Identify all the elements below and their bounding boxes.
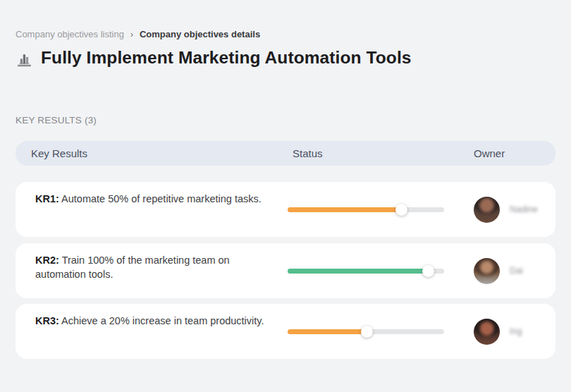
breadcrumb: Company objectives listing › Company obj…: [16, 29, 260, 39]
key-result-description: Achieve a 20% increase in team productiv…: [61, 315, 264, 326]
key-result-label: KR3:: [35, 315, 59, 326]
progress-fill: [288, 269, 429, 274]
progress-fill: [288, 207, 402, 212]
column-header-key-results: Key Results: [31, 141, 87, 166]
key-result-label: KR1:: [35, 193, 59, 204]
key-result-text: KR3: Achieve a 20% increase in team prod…: [35, 314, 269, 328]
breadcrumb-current-objectives-details: Company objectives details: [140, 29, 260, 39]
progress-slider-handle[interactable]: [422, 265, 434, 277]
progress-slider-handle[interactable]: [395, 204, 407, 216]
owner-cell: Nadine: [474, 182, 538, 237]
key-result-description: Automate 50% of repetitive marketing tas…: [61, 193, 262, 204]
column-header-owner: Owner: [474, 141, 505, 166]
owner-avatar: [474, 197, 500, 223]
key-result-text: KR2: Train 100% of the marketing team on…: [35, 253, 269, 281]
key-result-text: KR1: Automate 50% of repetitive marketin…: [35, 192, 269, 206]
bar-chart-building-icon: [16, 51, 33, 68]
progress-slider-handle[interactable]: [361, 326, 373, 338]
progress-slider[interactable]: [288, 207, 444, 212]
key-results-table-header: Key Results Status Owner: [16, 141, 555, 166]
owner-name: Nadine: [510, 204, 538, 214]
objective-details-page: Company objectives listing › Company obj…: [0, 0, 571, 392]
key-result-label: KR2:: [35, 255, 59, 266]
key-result-description: Train 100% of the marketing team on auto…: [35, 255, 230, 280]
page-title: Fully Implement Marketing Automation Too…: [41, 48, 412, 68]
progress-slider[interactable]: [288, 269, 444, 274]
key-result-row-kr2[interactable]: KR2: Train 100% of the marketing team on…: [16, 243, 555, 298]
owner-name: Dai: [510, 266, 523, 276]
key-results-section-label: KEY RESULTS (3): [16, 115, 97, 125]
owner-avatar: [474, 258, 500, 284]
column-header-status: Status: [293, 141, 323, 166]
breadcrumb-link-objectives-listing[interactable]: Company objectives listing: [16, 29, 124, 39]
progress-fill: [288, 329, 367, 334]
owner-avatar: [474, 319, 500, 345]
owner-cell: Ing: [474, 304, 522, 359]
chevron-right-icon: ›: [130, 30, 133, 39]
progress-slider[interactable]: [288, 329, 444, 334]
owner-name: Ing: [510, 326, 522, 336]
owner-cell: Dai: [474, 243, 523, 298]
key-result-row-kr1[interactable]: KR1: Automate 50% of repetitive marketin…: [16, 182, 555, 237]
page-title-row: Fully Implement Marketing Automation Too…: [16, 47, 412, 68]
key-result-row-kr3[interactable]: KR3: Achieve a 20% increase in team prod…: [16, 304, 555, 359]
